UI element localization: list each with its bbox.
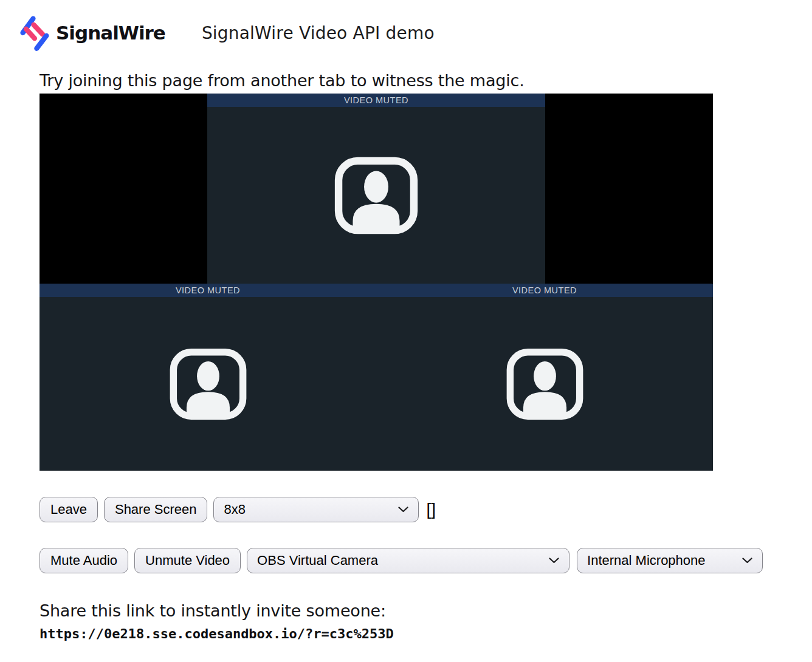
video-tile-body [207, 107, 545, 284]
controls-row-1: Leave Share Screen 8x8 [] [40, 497, 812, 522]
header: SignalWire SignalWire Video API demo [0, 0, 812, 53]
layout-select[interactable]: 8x8 [213, 497, 419, 522]
video-tile-body [40, 297, 376, 471]
microphone-select[interactable]: Internal Microphone [577, 548, 763, 573]
camera-select[interactable]: OBS Virtual Camera [247, 548, 569, 573]
video-tile-body [376, 297, 713, 471]
controls-row-2: Mute Audio Unmute Video OBS Virtual Came… [40, 548, 812, 573]
user-avatar-icon [506, 348, 583, 420]
signalwire-logo-icon [16, 12, 50, 53]
page-title: SignalWire Video API demo [202, 23, 435, 43]
layout-select-value: 8x8 [224, 502, 245, 517]
video-grid: VIDEO MUTED VIDEO MUTED VIDEO MU [40, 94, 713, 471]
video-muted-banner: VIDEO MUTED [207, 94, 545, 107]
video-row-bottom: VIDEO MUTED VIDEO MUTED [40, 284, 713, 471]
chevron-down-icon [398, 507, 408, 513]
brand-wordmark: SignalWire [56, 22, 165, 44]
microphone-select-value: Internal Microphone [587, 553, 705, 568]
video-tile: VIDEO MUTED [376, 284, 713, 471]
intro-text: Try joining this page from another tab t… [40, 70, 812, 92]
share-prompt: Share this link to instantly invite some… [40, 600, 812, 622]
leave-button[interactable]: Leave [40, 497, 98, 522]
share-screen-button[interactable]: Share Screen [104, 497, 208, 522]
video-muted-banner: VIDEO MUTED [40, 284, 376, 297]
video-muted-banner: VIDEO MUTED [376, 284, 713, 297]
unmute-video-button[interactable]: Unmute Video [134, 548, 241, 573]
video-row-top: VIDEO MUTED [40, 94, 713, 284]
video-tile: VIDEO MUTED [207, 94, 545, 284]
mute-audio-button[interactable]: Mute Audio [40, 548, 128, 573]
user-avatar-icon [170, 348, 247, 420]
chevron-down-icon [742, 558, 752, 564]
brackets-text: [] [426, 497, 436, 522]
user-avatar-icon [334, 157, 418, 234]
share-url: https://0e218.sse.codesandbox.io/?r=c3c%… [40, 626, 812, 641]
camera-select-value: OBS Virtual Camera [257, 553, 378, 568]
video-tile: VIDEO MUTED [40, 284, 376, 471]
chevron-down-icon [549, 558, 559, 564]
